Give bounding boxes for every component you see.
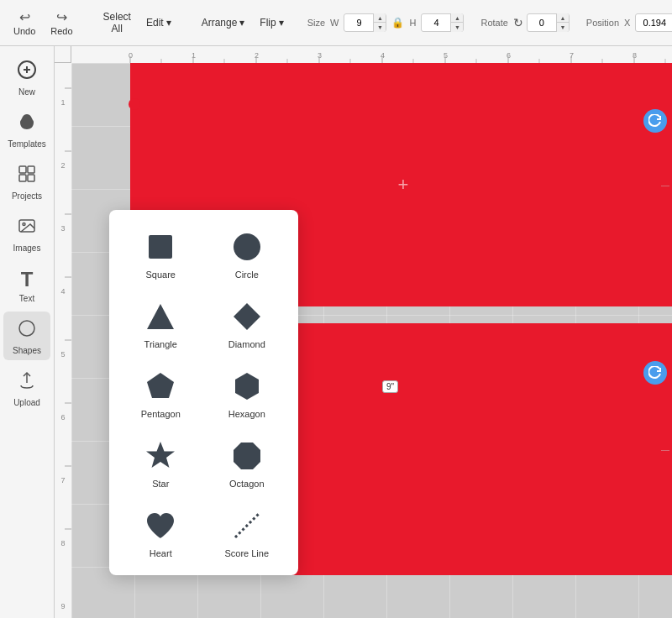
sidebar-item-images[interactable]: Images (3, 209, 50, 258)
height-spinner: ▲ ▼ (450, 13, 463, 32)
crosshair-top: + (398, 174, 409, 196)
width-spinner: ▲ ▼ (373, 13, 386, 32)
scoreline-label: Score Line (224, 548, 269, 558)
flip-button[interactable]: Flip ▾ (253, 13, 290, 32)
indicator-dot (129, 98, 140, 110)
undo-redo-group: ↩ Undo ↪ Redo (7, 6, 80, 39)
position-label: Position (586, 18, 619, 28)
svg-rect-6 (28, 175, 34, 181)
hexagon-label: Hexagon (228, 409, 265, 419)
circle-label: Circle (235, 270, 259, 280)
pentagon-label: Pentagon (141, 409, 181, 419)
rotate-up-button[interactable]: ▲ (557, 13, 569, 23)
svg-text:9: 9 (60, 602, 65, 610)
shape-heart[interactable]: Heart (119, 499, 202, 565)
height-input[interactable] (422, 18, 450, 28)
sidebar-item-projects[interactable]: Projects (3, 157, 50, 206)
rotate-icon: ↻ (513, 16, 523, 29)
undo-button[interactable]: ↩ Undo (7, 6, 42, 39)
rotate-handle-top[interactable] (643, 109, 667, 133)
svg-marker-62 (147, 373, 174, 398)
shapes-icon (17, 318, 37, 343)
star-label: Star (152, 479, 169, 489)
octagon-icon (228, 437, 265, 474)
width-input[interactable] (344, 18, 373, 28)
position-group: Position X ▲ ▼ (586, 13, 672, 32)
arrange-flip-group: Arrange ▾ Flip ▾ (195, 13, 291, 32)
width-up-button[interactable]: ▲ (374, 13, 386, 23)
sidebar-item-projects-label: Projects (12, 191, 42, 201)
sidebar-item-shapes[interactable]: Shapes (3, 312, 50, 360)
arrange-button[interactable]: Arrange ▾ (195, 13, 252, 32)
svg-text:7: 7 (60, 476, 65, 484)
arrange-chevron-icon: ▾ (239, 17, 244, 29)
rotate-handle-bottom[interactable] (643, 361, 667, 385)
svg-point-8 (23, 223, 25, 226)
circle-icon (228, 228, 265, 265)
svg-rect-4 (28, 166, 34, 173)
shape-circle[interactable]: Circle (206, 220, 289, 286)
select-all-button[interactable]: Select All (97, 8, 138, 38)
height-down-button[interactable]: ▼ (451, 23, 463, 32)
svg-marker-64 (146, 442, 175, 468)
sidebar-item-upload[interactable]: Upload (3, 364, 50, 412)
square-label: Square (146, 270, 176, 280)
position-x-input[interactable] (636, 18, 672, 28)
redo-button[interactable]: ↪ Redo (44, 6, 79, 39)
sidebar-item-templates[interactable]: Templates (3, 105, 50, 154)
templates-icon (17, 112, 37, 137)
shape-octagon[interactable]: Octagon (206, 429, 289, 495)
svg-rect-3 (19, 166, 26, 173)
shape-scoreline[interactable]: Score Line (206, 499, 289, 565)
sidebar-item-new-label: New (18, 87, 35, 97)
edit-label: Edit (146, 17, 164, 29)
diamond-label: Diamond (228, 339, 265, 349)
height-input-group: ▲ ▼ (421, 13, 464, 32)
toolbar: ↩ Undo ↪ Redo Select All Edit ▾ Arrange … (0, 0, 672, 46)
height-up-button[interactable]: ▲ (451, 13, 463, 23)
svg-text:3: 3 (60, 224, 65, 233)
svg-marker-65 (234, 443, 260, 469)
svg-text:4: 4 (381, 51, 385, 60)
lock-button[interactable]: 🔒 (390, 17, 406, 29)
svg-text:5: 5 (444, 51, 448, 60)
pentagon-icon (142, 368, 179, 405)
sidebar-item-new[interactable]: New (3, 53, 50, 102)
canvas-area[interactable]: 0 1 2 3 4 5 6 7 8 9 (55, 46, 672, 618)
redo-label: Redo (50, 26, 72, 36)
svg-rect-58 (149, 235, 172, 259)
octagon-label: Octagon (229, 479, 265, 489)
rotate-group: Rotate ↻ ▲ ▼ (480, 13, 569, 32)
rotate-input[interactable] (528, 18, 556, 28)
shape-diamond[interactable]: Diamond (206, 290, 289, 356)
svg-text:6: 6 (507, 51, 511, 60)
projects-icon (17, 164, 37, 189)
svg-text:0: 0 (129, 51, 133, 60)
shape-star[interactable]: Star (119, 429, 202, 495)
rotate-icon-top (648, 114, 662, 128)
shape-hexagon[interactable]: Hexagon (206, 359, 289, 426)
edit-button[interactable]: Edit ▾ (139, 13, 178, 32)
svg-text:8: 8 (633, 51, 637, 60)
ruler-corner (55, 46, 71, 63)
position-x-label: X (624, 18, 630, 28)
arrange-label: Arrange (202, 17, 238, 29)
shape-triangle[interactable]: Triangle (119, 290, 202, 356)
shape-pentagon[interactable]: Pentagon (119, 359, 202, 426)
flip-chevron-icon: ▾ (279, 17, 284, 29)
svg-text:6: 6 (60, 413, 65, 422)
svg-text:8: 8 (60, 539, 65, 547)
width-down-button[interactable]: ▼ (374, 23, 386, 32)
rotate-input-group: ▲ ▼ (527, 13, 570, 32)
select-edit-group: Select All Edit ▾ (97, 8, 178, 38)
svg-text:5: 5 (60, 350, 65, 359)
square-icon (142, 228, 179, 265)
sidebar-item-text[interactable]: T Text (3, 261, 50, 308)
undo-label: Undo (13, 26, 35, 36)
right-tick-bottom: — (661, 445, 669, 454)
svg-marker-63 (235, 373, 259, 400)
shapes-panel: Square Circle (109, 210, 298, 575)
rotate-down-button[interactable]: ▼ (557, 23, 569, 32)
shape-square[interactable]: Square (119, 220, 202, 286)
diamond-icon (228, 298, 265, 335)
